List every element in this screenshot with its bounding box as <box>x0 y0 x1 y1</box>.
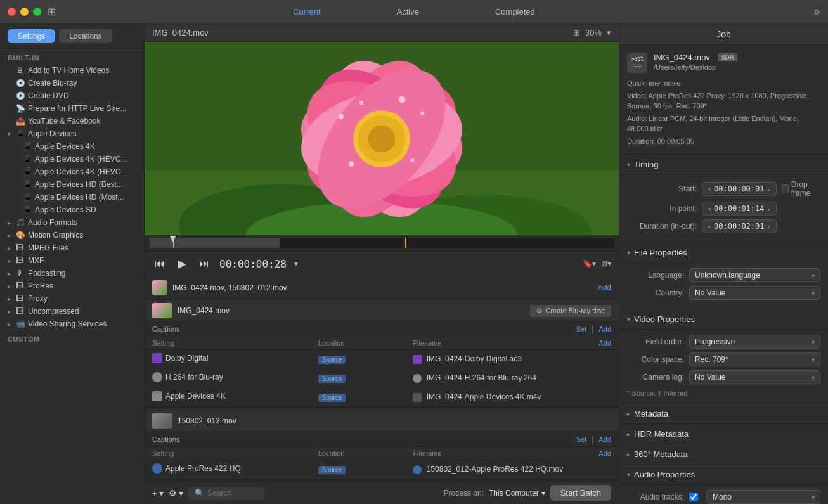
table-row: Apple Devices 4K Source IMG_0424-Apple D… <box>145 388 619 407</box>
sidebar-item-label: Video Sharing Services <box>28 320 107 328</box>
settings-button[interactable]: Settings <box>8 29 55 43</box>
sidebar-item-uncompressed[interactable]: ▸ 🎞 Uncompressed <box>0 305 144 318</box>
gear-button[interactable]: ⚙ ▾ <box>169 488 183 498</box>
audio-props-section-header[interactable]: ▾ Audio Properties <box>619 465 828 485</box>
captions-add-1[interactable]: Add <box>598 325 611 333</box>
sidebar-item-prores[interactable]: ▸ 🎞 ProRes <box>0 280 144 292</box>
sidebar-item-apple-devices[interactable]: ▾ 📱 Apple Devices <box>0 127 144 140</box>
sidebar-item-mxf[interactable]: ▸ 🎞 MXF <box>0 254 144 267</box>
start-value-box[interactable]: ▾ 00:00:00:01 ▴ <box>702 182 777 196</box>
step-down[interactable]: ▾ <box>708 205 711 212</box>
tab-active[interactable]: Active <box>359 4 457 19</box>
fullscreen-button[interactable] <box>33 8 41 16</box>
language-select[interactable]: Unknown language ▾ <box>689 268 820 282</box>
transport-controls: ⏮ ▶ ⏭ 00:00:00:28 ▾ 🔖▾ ⊠▾ <box>145 251 619 276</box>
duration-value-box[interactable]: ▾ 00:00:02:01 ▴ <box>702 219 777 233</box>
job-info-header: 🎬 IMG_0424.mov SDR /Users/jeffy/Desktop <box>627 53 820 73</box>
filename-cell: IMG_0424-Dolby Digital.ac3 <box>405 350 619 369</box>
sidebar-item-proxy[interactable]: ▸ 🎞 Proxy <box>0 292 144 305</box>
sidebar-item-podcasting[interactable]: ▸ 🎙 Podcasting <box>0 267 144 280</box>
go-to-end-button[interactable]: ⏭ <box>197 257 212 271</box>
sidebar-item-create-dvd[interactable]: 💿 Create DVD <box>0 89 144 102</box>
audio-tracks-checkbox[interactable] <box>689 493 698 501</box>
sidebar-item-apple-hd-best[interactable]: 📱 Apple Devices HD (Best... <box>0 178 144 191</box>
step-up[interactable]: ▴ <box>767 186 771 193</box>
search-input[interactable] <box>207 489 258 498</box>
sidebar-item-apple-hd-most[interactable]: 📱 Apple Devices HD (Most... <box>0 191 144 204</box>
sidebar-item-apple-sd[interactable]: 📱 Apple Devices SD <box>0 204 144 216</box>
timecode-dropdown[interactable]: ▾ <box>294 259 298 268</box>
hdr-metadata-section-header[interactable]: ▸ HDR Metadata <box>619 424 828 444</box>
zoom-dropdown[interactable]: ▾ <box>607 28 611 37</box>
country-select[interactable]: No Value ▾ <box>689 286 820 300</box>
captions-label-2: Captions <box>152 436 574 443</box>
bluray-icon: 💿 <box>16 79 25 87</box>
step-up[interactable]: ▴ <box>767 205 771 212</box>
360-metadata-section-header[interactable]: ▸ 360° Metadata <box>619 444 828 465</box>
expand-arrow: ▾ <box>5 131 13 138</box>
captions-set-2[interactable]: Set <box>576 436 587 443</box>
video-props-grid: Field order: Progressive ▾ Color space: … <box>619 330 828 404</box>
camera-log-select[interactable]: No Value ▾ <box>689 370 820 384</box>
field-order-select[interactable]: Progressive ▾ <box>689 335 820 349</box>
sidebar-item-apple-4k-hevc2[interactable]: 📱 Apple Devices 4K (HEVC... <box>0 165 144 178</box>
metadata-section-header[interactable]: ▸ Metadata <box>619 404 828 424</box>
timing-section-header[interactable]: ▾ Timing <box>619 155 828 175</box>
sidebar-item-apple-4k[interactable]: 📱 Apple Devices 4K <box>0 140 144 153</box>
360-metadata-label: 360° Metadata <box>634 449 688 459</box>
layout-icon[interactable]: ⊞ <box>48 6 56 18</box>
play-button[interactable]: ▶ <box>175 255 189 272</box>
share-icon[interactable]: ⊠▾ <box>601 259 611 268</box>
dvd-icon: 💿 <box>16 91 25 100</box>
captions-add-2[interactable]: Add <box>598 436 611 443</box>
sidebar-item-label: Uncompressed <box>28 307 79 316</box>
table-add-btn-1[interactable]: Add <box>598 339 611 347</box>
process-computer-select[interactable]: This Computer ▾ <box>489 489 545 498</box>
settings-icon[interactable]: ⚙ <box>813 8 820 16</box>
iphone-icon: 📱 <box>23 205 32 214</box>
close-button[interactable] <box>8 8 16 16</box>
sidebar-item-mpeg-files[interactable]: ▸ 🎞 MPEG Files <box>0 242 144 254</box>
sidebar-item-label: Apple Devices HD (Most... <box>35 193 124 202</box>
locations-button[interactable]: Locations <box>59 29 112 43</box>
video-share-icon: 📹 <box>16 320 25 328</box>
drop-frame-checkbox[interactable] <box>782 184 789 193</box>
setting-cell: Dolby Digital <box>145 350 311 369</box>
sidebar-item-create-bluray[interactable]: 💿 Create Blu-ray <box>0 77 144 89</box>
view-icon[interactable]: ⊞ <box>573 28 580 37</box>
tab-current[interactable]: Current <box>255 4 358 19</box>
table-add-btn-2[interactable]: Add <box>598 449 611 457</box>
color-space-select[interactable]: Rec. 709* ▾ <box>689 352 820 366</box>
bookmark-icon[interactable]: 🔖▾ <box>583 259 596 268</box>
job-info-main: IMG_0424.mov SDR /Users/jeffy/Desktop <box>654 53 820 71</box>
sidebar-item-video-sharing[interactable]: ▸ 📹 Video Sharing Services <box>0 318 144 330</box>
minimize-button[interactable] <box>20 8 29 16</box>
in-point-value-box[interactable]: ▾ 00:00:01:14 ▴ <box>702 202 777 216</box>
camera-log-value: No Value <box>695 373 725 382</box>
add-job-button[interactable]: + ▾ <box>152 488 164 498</box>
start-batch-button[interactable]: Start Batch <box>550 485 611 501</box>
job-item-2: 150802_012.mov Captions Set | Add Settin… <box>145 410 619 480</box>
captions-set-1[interactable]: Set <box>576 325 587 333</box>
create-bluray-button[interactable]: ⚙ Create Blu-ray disc <box>530 305 611 317</box>
sidebar-item-apple-4k-hevc1[interactable]: 📱 Apple Devices 4K (HEVC... <box>0 153 144 165</box>
file-props-section-header[interactable]: ▾ File Properties <box>619 243 828 263</box>
sidebar-item-add-tv[interactable]: 🖥 Add to TV Home Videos <box>0 64 144 77</box>
sidebar-item-http-live[interactable]: 📡 Prepare for HTTP Live Stre... <box>0 102 144 115</box>
step-up[interactable]: ▴ <box>767 223 771 230</box>
video-props-section-header[interactable]: ▾ Video Properties <box>619 309 828 330</box>
captions-row-2: Captions Set | Add <box>145 432 619 447</box>
step-down[interactable]: ▾ <box>708 223 711 230</box>
step-down[interactable]: ▾ <box>708 186 711 193</box>
field-order-label: Field order: <box>627 337 684 346</box>
jobs-add-button[interactable]: Add <box>598 283 611 292</box>
start-label: Start: <box>627 184 697 193</box>
location-cell: Source <box>311 388 406 407</box>
go-to-start-button[interactable]: ⏮ <box>152 257 167 271</box>
scrubber-track[interactable] <box>150 238 614 248</box>
tab-completed[interactable]: Completed <box>457 4 573 19</box>
audio-tracks-select[interactable]: Mono ▾ <box>707 490 820 504</box>
sidebar-item-audio-formats[interactable]: ▸ 🎵 Audio Formats <box>0 216 144 229</box>
sidebar-item-youtube-facebook[interactable]: 📤 YouTube & Facebook <box>0 115 144 127</box>
sidebar-item-motion-graphics[interactable]: ▸ 🎨 Motion Graphics <box>0 229 144 242</box>
